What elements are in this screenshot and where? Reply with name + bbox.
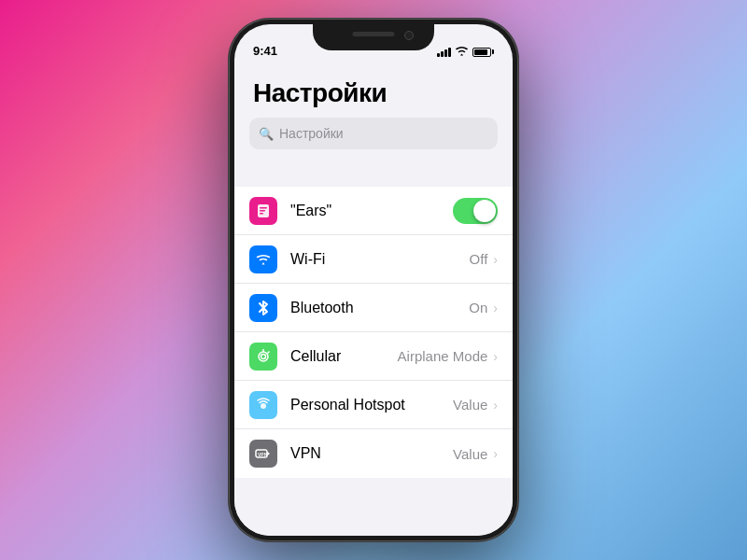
search-placeholder: Настройки	[279, 126, 344, 141]
ears-label: "Ears"	[290, 203, 453, 219]
wifi-value: Off	[470, 251, 488, 267]
notch-camera	[404, 31, 414, 40]
search-bar[interactable]: 🔍 Настройки	[249, 118, 498, 149]
toggle-knob	[473, 200, 496, 222]
list-item[interactable]: Cellular Airplane Mode ›	[234, 332, 513, 381]
screen: 9:41	[234, 24, 513, 536]
hotspot-value: Value	[453, 397, 487, 413]
chevron-icon: ›	[493, 398, 498, 413]
bluetooth-icon	[249, 294, 277, 322]
notch-speaker	[353, 32, 395, 36]
wifi-status-icon	[456, 46, 468, 58]
section-separator	[234, 161, 513, 187]
phone-container: 9:41	[229, 19, 518, 541]
svg-rect-3	[260, 213, 263, 215]
cellular-icon	[249, 343, 277, 371]
hotspot-label: Personal Hotspot	[290, 397, 453, 413]
bluetooth-value: On	[469, 300, 487, 315]
settings-content: Настройки 🔍 Настройки	[234, 63, 513, 536]
chevron-icon: ›	[493, 446, 498, 461]
wifi-label: Wi-Fi	[290, 251, 470, 268]
cellular-value: Airplane Mode	[398, 348, 488, 364]
search-icon: 🔍	[259, 127, 274, 141]
page-title: Настройки	[234, 63, 513, 118]
phone-body: 9:41	[229, 19, 518, 541]
hotspot-icon	[249, 391, 277, 419]
list-item[interactable]: Personal Hotspot Value ›	[234, 381, 513, 429]
svg-rect-1	[260, 207, 267, 209]
ears-toggle[interactable]	[453, 198, 498, 224]
wifi-icon	[249, 245, 277, 273]
cellular-label: Cellular	[290, 348, 398, 365]
notch	[313, 24, 434, 50]
list-item[interactable]: VPN VPN Value ›	[234, 429, 513, 478]
status-icons	[437, 46, 494, 58]
svg-point-4	[259, 352, 268, 361]
settings-list: "Ears"	[234, 187, 513, 478]
svg-point-8	[261, 403, 266, 409]
vpn-label: VPN	[290, 445, 453, 462]
chevron-icon: ›	[493, 349, 498, 364]
chevron-icon: ›	[493, 301, 498, 315]
list-item[interactable]: Bluetooth On ›	[234, 284, 513, 332]
bluetooth-label: Bluetooth	[290, 300, 469, 316]
list-item[interactable]: "Ears"	[234, 187, 513, 235]
battery-icon	[472, 48, 494, 57]
svg-text:VPN: VPN	[258, 452, 268, 457]
svg-rect-2	[260, 210, 265, 212]
vpn-icon: VPN	[249, 440, 277, 468]
chevron-icon: ›	[493, 252, 498, 267]
list-item[interactable]: Wi-Fi Off ›	[234, 235, 513, 284]
signal-icon	[437, 48, 451, 57]
vpn-value: Value	[453, 446, 487, 462]
svg-point-5	[261, 354, 266, 358]
svg-line-7	[268, 351, 270, 353]
ears-icon	[249, 197, 277, 225]
